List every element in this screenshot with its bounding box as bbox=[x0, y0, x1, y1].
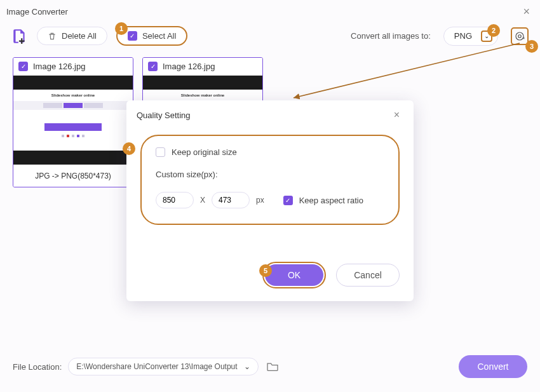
select-all-label: Select All bbox=[142, 31, 176, 41]
card-checkbox-icon[interactable]: ✓ bbox=[148, 62, 158, 71]
convert-to-label: Convert all images to: bbox=[351, 31, 431, 41]
svg-point-1 bbox=[516, 32, 523, 40]
cancel-button[interactable]: Cancel bbox=[336, 264, 400, 287]
convert-button[interactable]: Convert bbox=[459, 355, 527, 378]
custom-size-label: Custom size(px): bbox=[156, 170, 218, 179]
file-location-dropdown[interactable]: E:\Wondershare UniConverter 13\Image Out… bbox=[68, 358, 259, 375]
callout-badge-2: 2 bbox=[487, 24, 500, 37]
callout-badge-3: 3 bbox=[525, 40, 538, 53]
window-title: Image Converter bbox=[6, 7, 68, 17]
chevron-down-icon: ⌄ bbox=[244, 362, 250, 371]
keep-aspect-checkbox[interactable]: ✓ bbox=[283, 196, 293, 205]
image-thumbnail: Slideshow maker online bbox=[13, 76, 133, 165]
open-folder-button[interactable] bbox=[265, 360, 280, 374]
trash-icon bbox=[48, 32, 57, 41]
dialog-close-icon[interactable]: × bbox=[390, 108, 403, 122]
callout-badge-1: 1 bbox=[115, 22, 128, 35]
delete-all-button[interactable]: Delete All bbox=[37, 27, 107, 45]
image-filename: Image 126.jpg bbox=[33, 62, 85, 71]
card-checkbox-icon[interactable]: ✓ bbox=[18, 62, 28, 71]
file-location-value: E:\Wondershare UniConverter 13\Image Out… bbox=[76, 362, 237, 371]
keep-original-label: Keep original size bbox=[172, 147, 237, 157]
keep-aspect-label: Keep aspect ratio bbox=[299, 196, 363, 205]
delete-all-label: Delete All bbox=[62, 31, 97, 41]
format-value: PNG bbox=[454, 31, 472, 41]
svg-point-0 bbox=[518, 34, 522, 37]
close-icon[interactable]: × bbox=[519, 4, 534, 20]
dimension-separator: X bbox=[200, 196, 205, 205]
px-unit-label: px bbox=[256, 196, 264, 205]
callout-badge-5: 5 bbox=[259, 264, 272, 277]
file-location-label: File Location: bbox=[13, 362, 62, 372]
ok-button[interactable]: OK bbox=[265, 264, 323, 286]
select-all-checkbox-icon: ✓ bbox=[128, 31, 137, 41]
image-filename: Image 126.jpg bbox=[163, 62, 215, 71]
callout-badge-4: 4 bbox=[123, 142, 135, 155]
image-card[interactable]: ✓ Image 126.jpg Slideshow maker online J… bbox=[13, 57, 133, 187]
footer-bar: File Location: E:\Wondershare UniConvert… bbox=[0, 346, 540, 392]
height-input[interactable] bbox=[212, 192, 250, 208]
width-input[interactable] bbox=[156, 192, 194, 208]
conversion-info: JPG -> PNG(850*473) bbox=[13, 165, 133, 187]
add-file-icon[interactable] bbox=[11, 28, 28, 44]
toolbar: Delete All ✓ Select All Convert all imag… bbox=[0, 24, 540, 52]
dialog-title: Quality Setting bbox=[137, 111, 191, 120]
keep-original-checkbox[interactable] bbox=[156, 147, 165, 157]
